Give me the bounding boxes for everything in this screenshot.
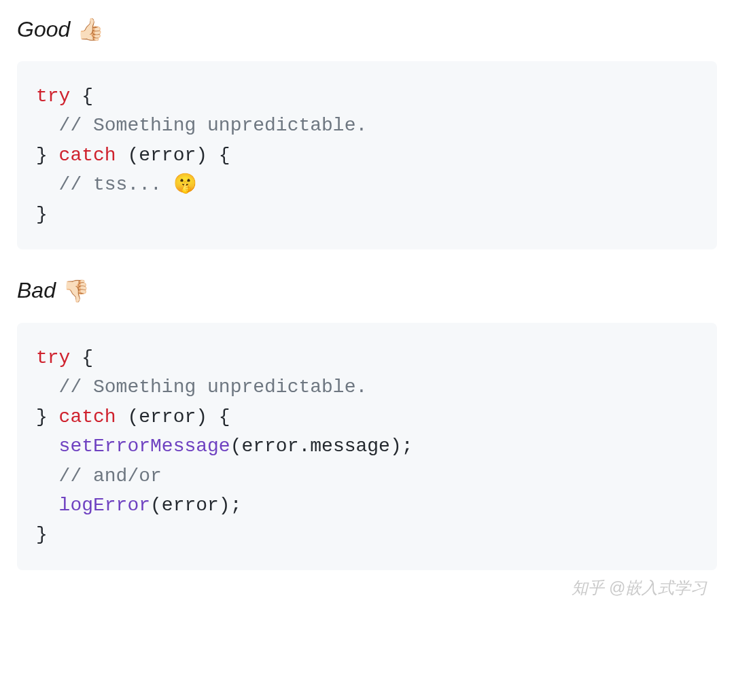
shush-icon: 🤫 — [173, 174, 197, 195]
code-line: try { — [36, 82, 698, 111]
thumbs-down-icon: 👎🏻 — [63, 278, 90, 304]
code-line: } — [36, 520, 698, 549]
keyword-catch: catch — [59, 145, 116, 166]
bad-heading: Bad 👎🏻 — [17, 278, 717, 304]
brace: } — [36, 145, 59, 166]
code-line: // tss... 🤫 — [36, 170, 698, 199]
code-line: logError(error); — [36, 491, 698, 520]
good-code-block: try { // Something unpredictable. } catc… — [17, 61, 717, 249]
comment-text: // Something unpredictable. — [36, 115, 367, 136]
keyword-catch: catch — [59, 406, 116, 427]
code-line: // Something unpredictable. — [36, 372, 698, 402]
code-line: } — [36, 200, 698, 229]
brace: { — [70, 86, 93, 107]
brace: { — [70, 347, 93, 368]
comment-text: // tss... — [36, 174, 173, 195]
comment-text: // and/or — [36, 466, 162, 487]
fn-args: (error.message); — [230, 436, 413, 457]
keyword-try: try — [36, 86, 70, 107]
good-label: Good — [17, 17, 70, 42]
keyword-try: try — [36, 347, 70, 368]
code-line: setErrorMessage(error.message); — [36, 432, 698, 461]
code-line: try { — [36, 343, 698, 372]
catch-params: (error) { — [116, 145, 230, 166]
bad-label: Bad — [17, 278, 56, 303]
catch-params: (error) { — [116, 406, 230, 427]
code-line: } catch (error) { — [36, 141, 698, 170]
code-line: // and/or — [36, 461, 698, 491]
brace: } — [36, 524, 48, 545]
indent — [36, 495, 59, 516]
function-call: logError — [59, 495, 150, 516]
bad-code-block: try { // Something unpredictable. } catc… — [17, 323, 717, 570]
function-call: setErrorMessage — [59, 436, 230, 457]
code-line: } catch (error) { — [36, 402, 698, 432]
brace: } — [36, 406, 59, 427]
thumbs-up-icon: 👍🏻 — [77, 16, 104, 42]
watermark: 知乎 @嵌入式学习 — [572, 577, 707, 599]
indent — [36, 436, 59, 457]
fn-args: (error); — [150, 495, 241, 516]
comment-text: // Something unpredictable. — [36, 377, 367, 398]
code-line: // Something unpredictable. — [36, 111, 698, 140]
good-heading: Good 👍🏻 — [17, 16, 717, 42]
brace: } — [36, 204, 48, 225]
